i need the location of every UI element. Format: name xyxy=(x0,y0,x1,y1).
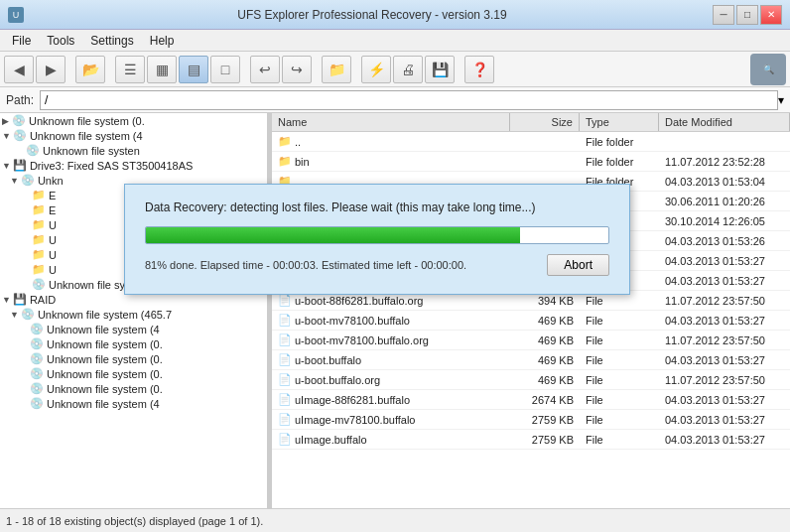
progress-bar-background xyxy=(145,226,609,244)
dialog-status-text: 81% done. Elapsed time - 00:00:03. Estim… xyxy=(145,259,466,271)
progress-bar-fill xyxy=(146,227,520,243)
dialog-overlay: Data Recovery: detecting lost files. Ple… xyxy=(0,0,790,532)
dialog-status-row: 81% done. Elapsed time - 00:00:03. Estim… xyxy=(145,254,609,276)
dialog-message: Data Recovery: detecting lost files. Ple… xyxy=(145,200,609,214)
progress-dialog: Data Recovery: detecting lost files. Ple… xyxy=(124,184,630,295)
abort-button[interactable]: Abort xyxy=(547,254,609,276)
